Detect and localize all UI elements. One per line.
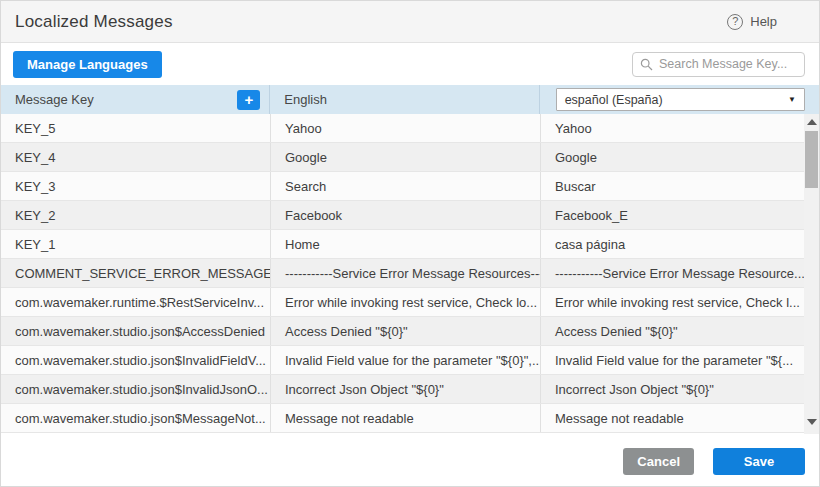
dialog-footer: Cancel Save (1, 434, 819, 487)
cell-english[interactable]: Message not readable (271, 404, 541, 432)
page-title: Localized Messages (15, 12, 173, 32)
cell-translation[interactable]: Access Denied "${0}" (541, 317, 804, 345)
column-header-message-key: Message Key + (1, 85, 270, 114)
save-button[interactable]: Save (713, 448, 805, 475)
cell-message-key[interactable]: KEY_2 (1, 201, 271, 229)
cell-translation[interactable]: Google (541, 143, 804, 171)
search-box (632, 52, 805, 77)
cell-message-key[interactable]: com.wavemaker.studio.json$MessageNot... (1, 404, 271, 432)
table-rows: KEY_5 Yahoo Yahoo KEY_4 Google Google KE… (1, 114, 804, 434)
scroll-up-icon[interactable] (807, 119, 817, 125)
cell-english[interactable]: Facebook (271, 201, 541, 229)
cell-message-key[interactable]: com.wavemaker.studio.json$InvalidFieldV.… (1, 346, 271, 374)
cell-english[interactable]: -----------Service Error Message Resourc… (271, 259, 541, 287)
table-header: Message Key + English español (España) ▼ (1, 85, 819, 114)
cell-translation[interactable]: Message not readable (541, 404, 804, 432)
help-link[interactable]: ? Help (727, 14, 777, 30)
table-row[interactable]: KEY_2 Facebook Facebook_E (1, 201, 804, 230)
table-row[interactable]: com.wavemaker.studio.json$InvalidFieldV.… (1, 346, 804, 375)
help-label[interactable]: Help (750, 14, 777, 29)
cell-translation[interactable]: Error while invoking rest service, Check… (541, 288, 804, 316)
toolbar: Manage Languages (1, 43, 819, 85)
table-row[interactable]: com.wavemaker.studio.json$AccessDenied A… (1, 317, 804, 346)
cell-english[interactable]: Search (271, 172, 541, 200)
cell-translation[interactable]: Invalid Field value for the parameter "$… (541, 346, 804, 374)
add-message-key-button[interactable]: + (237, 90, 260, 110)
chevron-down-icon: ▼ (788, 95, 796, 104)
cancel-button[interactable]: Cancel (623, 448, 694, 475)
table-row[interactable]: KEY_5 Yahoo Yahoo (1, 114, 804, 143)
cell-english[interactable]: Incorrect Json Object "${0}" (271, 375, 541, 403)
table-row[interactable]: com.wavemaker.studio.json$MessageNot... … (1, 404, 804, 433)
column-label-message-key: Message Key (15, 92, 94, 107)
cell-message-key[interactable]: COMMENT_SERVICE_ERROR_MESSAGES (1, 259, 271, 287)
dialog-titlebar: Localized Messages ? Help (1, 1, 819, 43)
help-icon[interactable]: ? (727, 14, 743, 30)
cell-translation[interactable]: Facebook_E (541, 201, 804, 229)
column-header-language: español (España) ▼ (540, 85, 819, 114)
cell-english[interactable]: Google (271, 143, 541, 171)
vertical-scrollbar[interactable] (804, 114, 819, 434)
cell-translation[interactable]: Buscar (541, 172, 804, 200)
table-row[interactable]: COMMENT_SERVICE_ERROR_MESSAGES ---------… (1, 259, 804, 288)
cell-translation[interactable]: Incorrect Json Object "${0}" (541, 375, 804, 403)
table-row[interactable]: KEY_1 Home casa página (1, 230, 804, 259)
cell-english[interactable]: Invalid Field value for the parameter "$… (271, 346, 541, 374)
cell-message-key[interactable]: com.wavemaker.studio.json$AccessDenied (1, 317, 271, 345)
table-row[interactable]: com.wavemaker.runtime.$RestServiceInv...… (1, 288, 804, 317)
cell-message-key[interactable]: com.wavemaker.runtime.$RestServiceInv... (1, 288, 271, 316)
cell-translation[interactable]: Yahoo (541, 114, 804, 142)
cell-translation[interactable]: casa página (541, 230, 804, 258)
search-icon (640, 58, 653, 71)
table-body: KEY_5 Yahoo Yahoo KEY_4 Google Google KE… (1, 114, 819, 434)
column-header-english: English (270, 85, 539, 114)
scroll-down-icon[interactable] (807, 419, 817, 425)
cell-english[interactable]: Error while invoking rest service, Check… (271, 288, 541, 316)
cell-message-key[interactable]: KEY_1 (1, 230, 271, 258)
search-input[interactable] (632, 52, 805, 77)
cell-english[interactable]: Home (271, 230, 541, 258)
cell-english[interactable]: Yahoo (271, 114, 541, 142)
cell-message-key[interactable]: KEY_4 (1, 143, 271, 171)
table-row[interactable]: KEY_4 Google Google (1, 143, 804, 172)
localized-messages-dialog: Localized Messages ? Help Manage Languag… (0, 0, 820, 487)
manage-languages-button[interactable]: Manage Languages (13, 51, 162, 78)
table-row[interactable]: KEY_3 Search Buscar (1, 172, 804, 201)
table-row[interactable]: com.wavemaker.studio.json$InvalidJsonO..… (1, 375, 804, 404)
column-label-english: English (284, 92, 327, 107)
cell-message-key[interactable]: com.wavemaker.studio.json$InvalidJsonO..… (1, 375, 271, 403)
cell-english[interactable]: Access Denied "${0}" (271, 317, 541, 345)
language-select[interactable]: español (España) ▼ (556, 88, 805, 111)
cell-translation[interactable]: -----------Service Error Message Resourc… (541, 259, 804, 287)
scrollbar-thumb[interactable] (805, 131, 818, 188)
cell-message-key[interactable]: KEY_5 (1, 114, 271, 142)
language-select-value: español (España) (565, 93, 663, 107)
cell-message-key[interactable]: KEY_3 (1, 172, 271, 200)
